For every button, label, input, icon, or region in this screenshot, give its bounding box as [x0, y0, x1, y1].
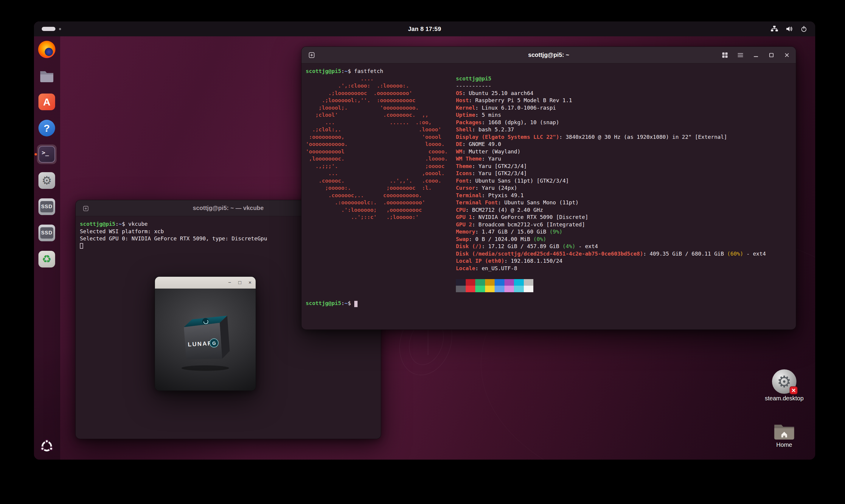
- lunarg-cube: LUNAR G: [174, 306, 237, 372]
- minimize-button[interactable]: −: [228, 280, 231, 285]
- ssd-label: SSD: [40, 201, 53, 212]
- command-line: scottjg@pi5:~$ fastfetch: [306, 68, 796, 75]
- workspace-indicator-pill[interactable]: [42, 27, 55, 31]
- dock-item-trash[interactable]: ♻: [37, 249, 57, 269]
- desktop-icon-label: Home: [776, 442, 792, 448]
- recycle-glyph: ♻: [42, 254, 52, 265]
- terminal-output[interactable]: scottjg@pi5:~$ fastfetch .... .',:clooo:…: [302, 64, 796, 330]
- desktop-icon-home[interactable]: Home: [760, 422, 808, 448]
- gear-glyph: ⚙: [777, 374, 791, 390]
- volume-icon: [786, 25, 793, 33]
- dock-item-files[interactable]: [37, 66, 57, 86]
- terminal-window-main[interactable]: scottjg@pi5: ~: [301, 47, 796, 330]
- top-bar: Jan 8 17:59: [34, 21, 815, 36]
- maximize-button[interactable]: [768, 52, 775, 59]
- app-center-glyph: A: [43, 96, 51, 108]
- dock-item-app-center[interactable]: A: [37, 92, 57, 112]
- lunarg-g-mark: G: [212, 340, 216, 346]
- window-header[interactable]: scottjg@pi5: ~: [302, 47, 796, 64]
- fastfetch-info: scottjg@pi5-----------OS: Ubuntu 25.10 a…: [456, 75, 796, 272]
- prompt-line: scottjg@pi5:~$: [306, 300, 796, 307]
- window-title: scottjg@pi5: ~: [528, 52, 570, 58]
- fastfetch-output: .... .',:clooo: .:looooo:. .;looooooooc …: [306, 75, 796, 292]
- dock-item-ssd-drive-1[interactable]: SSD: [37, 197, 57, 217]
- desktop-icon-label: steam.desktop: [765, 395, 804, 402]
- steam-desktop-file-icon: ⚙ ✕: [772, 370, 796, 394]
- dock-item-terminal[interactable]: >_: [37, 144, 57, 164]
- new-tab-icon[interactable]: [82, 205, 89, 212]
- help-glyph: ?: [44, 122, 50, 134]
- dock-item-firefox[interactable]: [37, 40, 57, 59]
- system-status-area[interactable]: [771, 21, 807, 36]
- untrusted-emblem-icon: ✕: [790, 386, 798, 394]
- app-center-icon: A: [38, 93, 55, 110]
- home-folder-icon: [773, 422, 795, 440]
- dock: A ? >_ ⚙ SSD SSD ♻: [37, 40, 57, 269]
- terminal-glyph: >_: [42, 149, 49, 156]
- help-icon: ?: [38, 120, 55, 137]
- ubuntu-logo-icon: [39, 439, 54, 454]
- power-icon: [800, 25, 807, 33]
- files-folder-icon: [38, 67, 55, 84]
- desktop-icon-steam[interactable]: ⚙ ✕ steam.desktop: [760, 370, 808, 402]
- network-icon: [771, 25, 778, 33]
- workspace-indicator-dot[interactable]: [59, 28, 61, 30]
- ssd-label: SSD: [40, 227, 53, 239]
- running-indicator-dot: [35, 153, 37, 156]
- dock-item-ssd-drive-2[interactable]: SSD: [37, 223, 57, 243]
- settings-gear-icon: ⚙: [38, 172, 55, 189]
- window-titlebar[interactable]: − □ ×: [155, 277, 256, 289]
- vkcube-window[interactable]: − □ ×: [155, 276, 256, 391]
- fastfetch-ubuntu-logo: .... .',:clooo: .:looooo:. .;looooooooc …: [306, 75, 448, 221]
- maximize-button[interactable]: □: [238, 280, 241, 285]
- close-button[interactable]: [783, 52, 790, 59]
- new-tab-icon[interactable]: [308, 52, 315, 59]
- ssd-drive-icon: SSD: [38, 224, 55, 241]
- firefox-icon: [38, 41, 55, 58]
- ssd-drive-icon: SSD: [38, 198, 55, 215]
- vkcube-render-area: LUNAR G: [155, 289, 256, 391]
- close-button[interactable]: ×: [249, 280, 251, 285]
- desktop: Jan 8 17:59: [34, 21, 815, 460]
- show-applications-button[interactable]: [37, 436, 57, 456]
- dock-item-help[interactable]: ?: [37, 118, 57, 138]
- fastfetch-color-palette: [456, 279, 796, 292]
- gear-glyph: ⚙: [42, 175, 52, 186]
- lunarg-wordmark: LUNAR: [188, 340, 213, 348]
- recycle-trash-icon: ♻: [38, 251, 55, 268]
- menu-hamburger-icon[interactable]: [737, 52, 744, 59]
- clock[interactable]: Jan 8 17:59: [408, 25, 441, 33]
- dock-item-settings[interactable]: ⚙: [37, 171, 57, 190]
- window-title: scottjg@pi5: ~ — vkcube: [193, 205, 264, 212]
- minimize-button[interactable]: [752, 52, 759, 59]
- terminal-icon: >_: [38, 146, 55, 163]
- tab-overview-icon[interactable]: [721, 52, 729, 59]
